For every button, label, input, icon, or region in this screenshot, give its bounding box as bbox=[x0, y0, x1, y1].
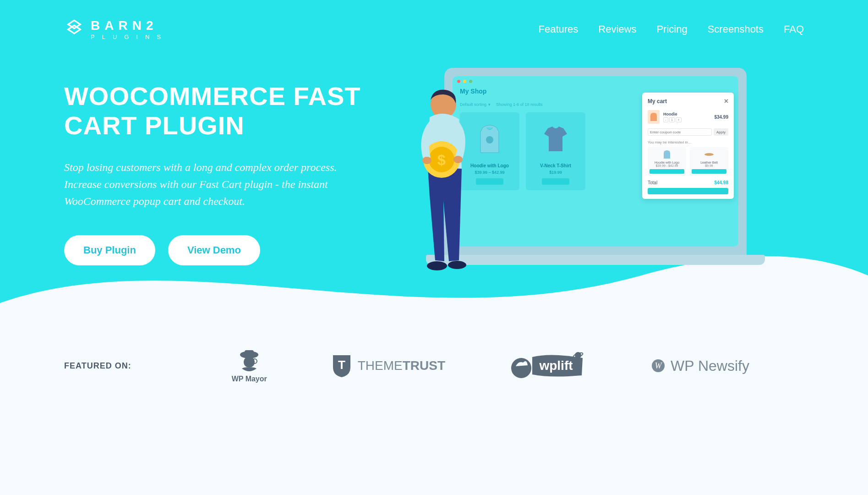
hero-illustration: My Shop Default sorting ▾ Showing 1-6 of… bbox=[389, 68, 747, 279]
hero-description: Stop losing customers with a long and co… bbox=[64, 159, 339, 210]
svg-point-4 bbox=[448, 261, 466, 269]
nav-links: Features Reviews Pricing Screenshots FAQ bbox=[538, 23, 804, 35]
brand-subtitle: PLUGINS bbox=[91, 34, 168, 40]
svg-point-15 bbox=[511, 358, 531, 378]
svg-text:$: $ bbox=[437, 152, 446, 168]
brand-logo[interactable]: BARN2 PLUGINS bbox=[64, 18, 168, 40]
belt-icon bbox=[692, 149, 726, 160]
results-count: Showing 1-6 of 18 results bbox=[496, 102, 543, 107]
nav-reviews[interactable]: Reviews bbox=[598, 23, 636, 35]
nav-screenshots[interactable]: Screenshots bbox=[708, 23, 764, 35]
svg-rect-11 bbox=[245, 350, 254, 356]
themetrust-logo: T THEMETRUST bbox=[331, 353, 445, 378]
suggestion-card: Hoodie with Logo $39.99 - $42.99 bbox=[648, 147, 686, 176]
cart-popup: My cart × Hoodie -1+ $34.99 bbox=[642, 93, 734, 199]
svg-text:wplift: wplift bbox=[539, 358, 573, 373]
nav-faq[interactable]: FAQ bbox=[784, 23, 804, 35]
window-controls-icon bbox=[457, 80, 734, 83]
apply-coupon-button: Apply bbox=[714, 128, 728, 136]
hoodie-icon bbox=[650, 149, 684, 160]
hero-title: WOOCOMMERCE FAST CART PLUGIN bbox=[64, 82, 362, 141]
view-demo-button[interactable]: View Demo bbox=[168, 235, 260, 265]
svg-text:W: W bbox=[655, 361, 663, 370]
wpmayor-logo: WP Mayor bbox=[232, 348, 267, 383]
wplift-logo: wplift bbox=[509, 350, 587, 382]
brand-title: BARN2 bbox=[91, 19, 168, 32]
laptop-mockup: My Shop Default sorting ▾ Showing 1-6 of… bbox=[444, 68, 747, 265]
svg-point-0 bbox=[486, 136, 493, 143]
nav-pricing[interactable]: Pricing bbox=[656, 23, 687, 35]
svg-point-8 bbox=[422, 157, 431, 164]
product-card: V-Neck T-Shirt $19.99 bbox=[526, 112, 585, 190]
chevron-down-icon: ▾ bbox=[488, 102, 491, 107]
wpnewsify-logo: W WP Newsify bbox=[651, 358, 749, 374]
hoodie-thumb-icon bbox=[648, 110, 660, 124]
person-illustration: $ bbox=[408, 86, 476, 274]
tshirt-icon bbox=[530, 117, 582, 160]
top-nav: BARN2 PLUGINS Features Reviews Pricing S… bbox=[64, 18, 804, 40]
hero-content: WOOCOMMERCE FAST CART PLUGIN Stop losing… bbox=[64, 82, 804, 265]
close-icon: × bbox=[724, 97, 728, 105]
buy-plugin-button[interactable]: Buy Plugin bbox=[64, 235, 155, 265]
add-to-cart-button bbox=[476, 178, 503, 185]
featured-section: FEATURED ON: WP Mayor T THEMETRUST bbox=[0, 330, 868, 383]
hero-section: BARN2 PLUGINS Features Reviews Pricing S… bbox=[0, 0, 868, 330]
cart-item: Hoodie -1+ $34.99 bbox=[648, 110, 728, 124]
brand-icon bbox=[64, 18, 84, 40]
svg-point-3 bbox=[427, 261, 447, 270]
checkout-button bbox=[648, 188, 728, 194]
svg-text:T: T bbox=[338, 358, 345, 372]
quantity-stepper: -1+ bbox=[663, 117, 710, 122]
coupon-input bbox=[648, 128, 712, 136]
featured-label: FEATURED ON: bbox=[64, 361, 131, 371]
svg-point-1 bbox=[704, 153, 714, 156]
cart-title: My cart bbox=[648, 98, 667, 104]
suggestion-card: Leather Belt $9.99 bbox=[690, 147, 728, 176]
svg-point-9 bbox=[453, 156, 463, 163]
add-to-cart-button bbox=[542, 178, 569, 185]
nav-features[interactable]: Features bbox=[538, 23, 578, 35]
